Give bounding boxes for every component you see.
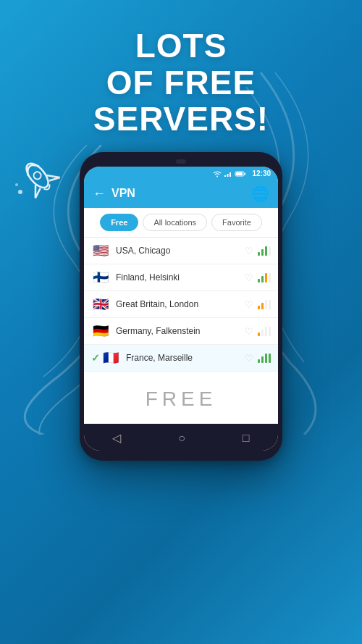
- bottom-nav: ◁ ○ □: [84, 424, 278, 451]
- svg-point-2: [18, 190, 22, 194]
- bar2: [261, 249, 264, 256]
- bar3: [265, 354, 267, 363]
- filter-tabs: Free All locations Favorite: [84, 208, 278, 238]
- bar3: [265, 246, 267, 256]
- bar1: [258, 279, 260, 283]
- free-text: FREE: [146, 388, 217, 410]
- nav-home-button[interactable]: ○: [178, 432, 185, 445]
- phone-screen: 12:30 ← VPN 🌐 Free All locations Favorit…: [84, 167, 278, 451]
- heart-icon-germany[interactable]: ♡: [245, 326, 253, 337]
- signal-bars-france: [258, 353, 271, 363]
- svg-point-3: [15, 183, 18, 186]
- bar2: [261, 330, 264, 336]
- bar3: [265, 273, 267, 283]
- bar4: [269, 300, 271, 309]
- app-title: VPN: [111, 187, 245, 200]
- header-section: Lots of free servers!: [0, 0, 362, 152]
- svg-rect-6: [227, 174, 229, 177]
- bar3: [265, 327, 267, 336]
- flag-usa: 🇺🇸: [91, 244, 110, 257]
- bar4: [269, 246, 271, 256]
- svg-rect-7: [230, 172, 231, 177]
- status-icons: [213, 170, 246, 177]
- server-item-germany-falkenstein[interactable]: 🇩🇪 Germany, Falkenstein ♡: [84, 318, 278, 345]
- flag-gb: 🇬🇧: [91, 298, 110, 311]
- bar1: [258, 333, 260, 336]
- status-bar: 12:30: [84, 167, 278, 179]
- signal-bars-germany: [258, 326, 271, 336]
- bar4: [269, 327, 271, 336]
- signal-icon: [224, 170, 232, 177]
- globe-button[interactable]: 🌐: [251, 185, 269, 202]
- heart-icon-usa[interactable]: ♡: [245, 246, 253, 256]
- bar3: [265, 300, 267, 309]
- tab-favorite[interactable]: Favorite: [211, 214, 262, 231]
- signal-bars-gb: [258, 299, 271, 309]
- server-item-finland-helsinki[interactable]: 🇫🇮 Finland, Helsinki ♡: [84, 264, 278, 291]
- bar1: [258, 359, 260, 363]
- heart-icon-gb[interactable]: ♡: [245, 299, 253, 310]
- phone-mockup: 12:30 ← VPN 🌐 Free All locations Favorit…: [80, 152, 282, 461]
- server-item-usa-chicago[interactable]: 🇺🇸 USA, Chicago ♡: [84, 238, 278, 264]
- bar2: [261, 356, 264, 363]
- bar4: [269, 273, 271, 283]
- svg-point-1: [33, 170, 43, 180]
- flag-finland: 🇫🇮: [91, 271, 110, 284]
- bar2: [261, 303, 264, 309]
- flag-france: 🇫🇷: [101, 351, 120, 364]
- server-item-gb-london[interactable]: 🇬🇧 Great Britain, London ♡: [84, 291, 278, 318]
- tab-all-locations[interactable]: All locations: [143, 214, 207, 231]
- svg-rect-9: [236, 172, 243, 175]
- selected-checkmark: ✓: [91, 352, 100, 364]
- bar1: [258, 306, 260, 309]
- back-button[interactable]: ←: [93, 186, 106, 201]
- headline: Lots of free servers!: [0, 28, 362, 138]
- server-list: 🇺🇸 USA, Chicago ♡ 🇫🇮 Finland, Helsinki ♡: [84, 238, 278, 372]
- signal-bars-usa: [258, 246, 271, 256]
- svg-point-4: [216, 175, 218, 177]
- flag-germany: 🇩🇪: [91, 325, 110, 338]
- status-time: 12:30: [252, 170, 271, 177]
- server-name-france-marseille: France, Marseille: [126, 353, 245, 363]
- server-name-finland-helsinki: Finland, Helsinki: [116, 272, 245, 283]
- server-name-usa-chicago: USA, Chicago: [116, 246, 245, 256]
- server-name-germany-falkenstein: Germany, Falkenstein: [116, 326, 245, 336]
- server-item-france-marseille[interactable]: ✓ 🇫🇷 France, Marseille ♡: [84, 345, 278, 372]
- bar2: [261, 276, 264, 283]
- wifi-icon: [213, 170, 222, 177]
- free-label-area: FREE: [84, 372, 278, 424]
- heart-icon-finland[interactable]: ♡: [245, 272, 253, 283]
- svg-rect-10: [245, 172, 246, 175]
- server-name-gb-london: Great Britain, London: [116, 299, 245, 309]
- nav-recent-button[interactable]: □: [243, 432, 250, 445]
- rocket-icon: [13, 152, 78, 217]
- app-bar: ← VPN 🌐: [84, 179, 278, 208]
- battery-icon: [235, 170, 246, 177]
- bar4: [269, 354, 271, 363]
- tab-free[interactable]: Free: [100, 214, 138, 231]
- heart-icon-france[interactable]: ♡: [245, 353, 253, 364]
- bar1: [258, 252, 260, 256]
- svg-rect-5: [224, 175, 226, 177]
- nav-back-button[interactable]: ◁: [112, 431, 121, 445]
- signal-bars-finland: [258, 272, 271, 283]
